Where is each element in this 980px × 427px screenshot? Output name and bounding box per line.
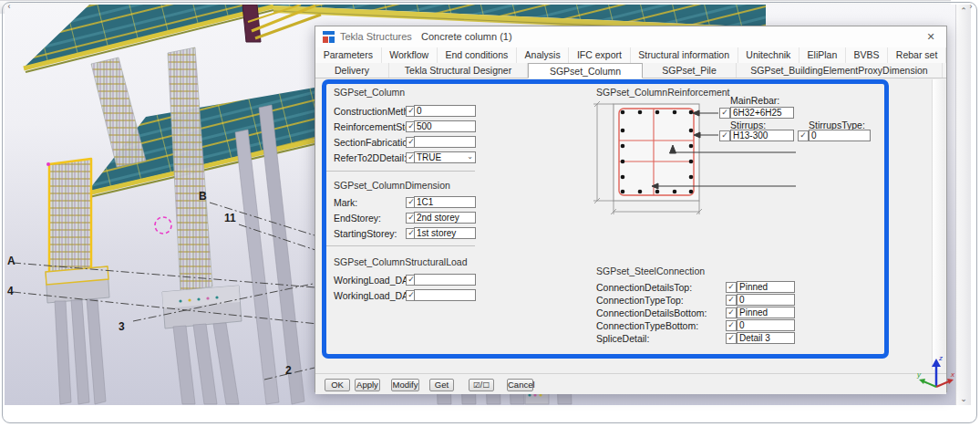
tab-sgpset-pile[interactable]: SGPset_Pile (643, 63, 737, 78)
tab-workflow[interactable]: Workflow (382, 47, 438, 63)
checkbox[interactable]: ✓ (726, 320, 737, 331)
field-label: Mark: (334, 197, 357, 208)
connection-type-bottom-input[interactable]: 0 (737, 319, 795, 331)
grid-label-B: B (199, 190, 207, 203)
modify-button[interactable]: Modify (391, 379, 419, 391)
toggle-all-checkboxes-button[interactable]: ☑/☐ (469, 379, 494, 391)
checkbox[interactable]: ✓ (798, 130, 809, 141)
stirrups-type-input[interactable]: 0 (809, 130, 871, 141)
starting-storey-input[interactable]: 1st storey (414, 227, 476, 239)
field-label: ReferTo2DDetail: (334, 152, 407, 163)
tekla-logo-icon (323, 31, 335, 43)
working-load-da1-2-input[interactable] (414, 289, 476, 301)
chevron-down-icon: ⌄ (467, 151, 473, 162)
ok-button[interactable]: OK (325, 379, 350, 391)
divider (325, 171, 475, 172)
field-label: StartingStorey: (334, 228, 397, 239)
end-storey-input[interactable]: 2nd storey (414, 212, 476, 224)
main-rebar-label: MainRebar: (730, 95, 779, 106)
selected-column (46, 159, 91, 279)
tab-delivery[interactable]: Delivery (315, 63, 389, 78)
property-dialog: Tekla Structures Concrete column (1) ✕ P… (315, 26, 947, 392)
checkbox[interactable]: ✓ (719, 130, 730, 141)
construction-method-input[interactable]: 0 (414, 105, 476, 117)
panel-scroll-area (932, 79, 945, 370)
cancel-button[interactable]: Cancel (507, 379, 533, 391)
splice-detail-input[interactable]: Detail 3 (737, 332, 795, 344)
section-title-dimension: SGPset_ColumnDimension (334, 180, 450, 191)
tab-end-conditions[interactable]: End conditions (438, 47, 517, 63)
divider (325, 245, 475, 246)
tab-eliplan[interactable]: EliPlan (799, 47, 846, 63)
grid-label-2: 2 (285, 364, 292, 377)
axis-label-z: z (938, 354, 943, 362)
section-fabrication-method-input[interactable] (414, 136, 476, 148)
axis-orientation-icon: z x y (916, 352, 958, 394)
axis-label-x: x (950, 370, 955, 379)
checkbox[interactable]: ✓ (726, 282, 737, 293)
scroll-left-arrow[interactable]: ‹ (0, 0, 18, 13)
tab-ifc-export[interactable]: IFC export (569, 47, 630, 63)
grid-label-11: 11 (224, 212, 236, 224)
axis-label-y: y (916, 370, 922, 379)
field-label: ConnectionTypeTop: (596, 295, 684, 306)
grid-label-A: A (7, 255, 15, 267)
field-label: ConnectionDetailsTop: (596, 282, 692, 293)
checkbox[interactable]: ✓ (726, 333, 737, 344)
vertical-scrollbar[interactable]: ⌃ ⌄ (955, 5, 971, 405)
tab-sgpset-column[interactable]: SGPset_Column (528, 63, 643, 78)
field-label: ConnectionTypeBottom: (596, 320, 698, 331)
app-name: Tekla Structures (340, 31, 412, 42)
section-title-structural-load: SGPset_ColumnStructuralLoad (334, 256, 468, 267)
connection-type-top-input[interactable]: 0 (737, 294, 795, 306)
checkbox[interactable]: ✓ (726, 307, 737, 318)
mark-input[interactable]: 1C1 (414, 196, 476, 208)
refer-to-2d-detail-select[interactable]: TRUE⌄ (414, 151, 476, 163)
stirrups-input[interactable]: H13-300 (730, 130, 794, 141)
tab-parameters[interactable]: Parameters (315, 47, 382, 63)
scroll-down-arrow[interactable]: ⌄ (956, 392, 971, 405)
dialog-titlebar[interactable]: Tekla Structures Concrete column (1) ✕ (315, 26, 946, 48)
get-button[interactable]: Get (429, 379, 454, 391)
tab-analysis[interactable]: Analysis (517, 47, 569, 63)
tab-row-1: Parameters Workflow End conditions Analy… (315, 47, 946, 64)
tab-structural-information[interactable]: Structural information (631, 47, 738, 63)
tab-tekla-structural-designer[interactable]: Tekla Structural Designer (389, 63, 528, 78)
checkbox[interactable]: ✓ (726, 295, 737, 306)
working-load-da1-1-input[interactable] (414, 274, 476, 286)
tab-sgpset-buildingelementproxydimension[interactable]: SGPset_BuildingElementProxyDimension (737, 63, 943, 78)
tab-row-2: Delivery Tekla Structural Designer SGPse… (315, 63, 946, 78)
dialog-button-bar: OK Apply Modify Get ☑/☐ Cancel (315, 373, 946, 394)
reinforcement-steel-grade-input[interactable]: 500 (414, 120, 476, 132)
tab-unitechnik[interactable]: Unitechnik (738, 47, 799, 63)
connection-details-top-input[interactable]: Pinned (737, 281, 795, 293)
scroll-right-arrow[interactable]: › (962, 0, 980, 13)
tab-rebar-set[interactable]: Rebar set (888, 47, 946, 63)
field-label: EndStorey: (334, 213, 381, 224)
section-title-column: SGPset_Column (334, 87, 405, 98)
grid-label-4: 4 (7, 285, 14, 297)
section-title-steel-connection: SGPset_SteelConnection (596, 266, 705, 276)
field-label: SpliceDetail: (596, 333, 649, 344)
apply-button[interactable]: Apply (355, 379, 380, 391)
dialog-title: Concrete column (1) (421, 31, 512, 42)
field-label: ConnectionDetailsBottom: (596, 307, 707, 318)
handle-dot (46, 162, 50, 166)
snap-indicator (155, 217, 171, 234)
tab-bvbs[interactable]: BVBS (846, 47, 888, 63)
checkbox[interactable]: ✓ (719, 108, 730, 119)
main-rebar-input[interactable]: 6H32+6H25 (730, 107, 794, 119)
connection-details-bottom-input[interactable]: Pinned (737, 307, 795, 318)
close-icon[interactable]: ✕ (923, 30, 938, 45)
grid-label-3: 3 (119, 320, 125, 333)
